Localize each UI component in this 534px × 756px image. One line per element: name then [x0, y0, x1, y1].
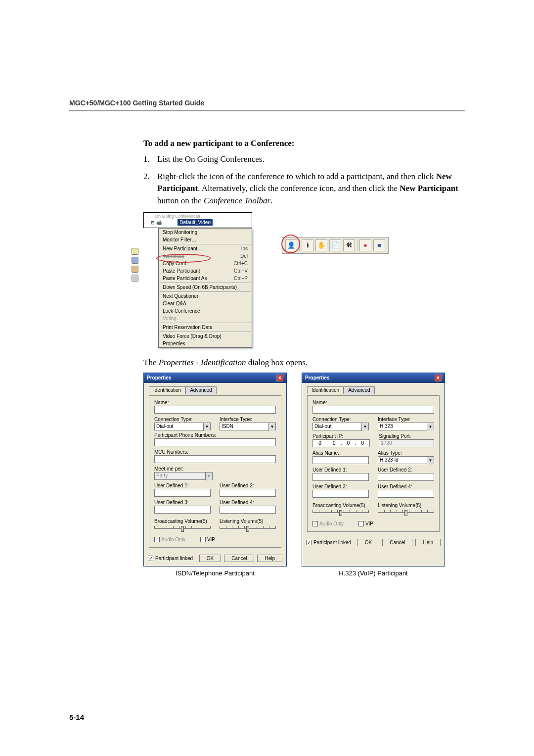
close-icon[interactable]: × [435, 375, 442, 381]
help-button[interactable]: Help [257, 555, 282, 562]
menu-item[interactable]: Down Speed (On 6B Participants) [159, 284, 252, 291]
listen-volume-slider[interactable] [378, 509, 434, 516]
label-connection-type: Connection Type: [154, 417, 211, 422]
t: . [270, 196, 272, 205]
chevron-down-icon: ▼ [427, 423, 434, 431]
broadcast-volume-slider[interactable] [154, 525, 211, 532]
menu-separator [160, 283, 251, 283]
stop-button[interactable]: ■ [373, 239, 385, 251]
participant-linked-checkbox[interactable]: ✓Participant linked [306, 540, 351, 545]
t: Right-click the icon of the conference t… [157, 172, 436, 181]
menu-item[interactable]: Properties [159, 340, 252, 347]
vip-checkbox[interactable]: VIP [200, 537, 215, 542]
menu-item[interactable]: Next Questioner [159, 292, 252, 300]
connection-type-select[interactable]: Dial-out▼ [312, 423, 369, 430]
tab-identification[interactable]: Identification [307, 386, 344, 394]
listen-volume-slider[interactable] [220, 525, 276, 532]
ok-button[interactable]: OK [199, 555, 221, 562]
ud4-input[interactable] [378, 490, 434, 498]
name-input[interactable] [312, 406, 434, 414]
cancel-button[interactable]: Cancel [382, 539, 412, 546]
mcu-numbers-input[interactable] [154, 455, 276, 463]
properties-dialog-h323: Properties × Identification Advanced Nam… [302, 373, 445, 567]
interface-type-select[interactable]: H.323▼ [378, 423, 434, 430]
t: . Alternatively, click the conference ic… [198, 184, 400, 193]
vip-checkbox[interactable]: VIP [358, 521, 373, 526]
tree-parent-label: On Going Conferences [144, 213, 252, 219]
ud1-input[interactable] [154, 489, 211, 497]
t-italic: Conference Toolbar [204, 196, 270, 205]
tab-identification[interactable]: Identification [149, 386, 185, 394]
tab-advanced[interactable]: Advanced [344, 386, 374, 394]
label-connection-type: Connection Type: [312, 417, 369, 422]
menu-item[interactable]: Paste ParticipantCtrl+V [159, 267, 252, 275]
label-ud3: User Defined 3: [312, 484, 369, 489]
participant-phone-input[interactable] [154, 438, 276, 446]
chevron-down-icon: ▼ [205, 472, 212, 480]
record-button[interactable]: ● [359, 239, 371, 251]
cancel-button[interactable]: Cancel [224, 555, 254, 562]
menu-separator [160, 323, 251, 323]
menu-item[interactable]: Paste Participant AsCtrl+P [159, 275, 252, 282]
label-listen-volume: Listening Volume(5) [220, 519, 263, 524]
participant-ip-input[interactable]: 0. 0. 0. 0 [312, 439, 370, 447]
menu-item[interactable]: Clear Q&A [159, 300, 252, 307]
menu-item[interactable]: New Participant…Ins [159, 245, 252, 252]
step-number: 1. [143, 153, 157, 166]
name-input[interactable] [154, 406, 276, 414]
info-button[interactable]: ℹ [302, 239, 313, 251]
menu-item[interactable]: Lock Conference [159, 307, 252, 315]
tree-selected-item[interactable]: Default_Video [178, 219, 213, 226]
opens-line: The Properties - Identification dialog b… [143, 358, 465, 368]
label-ud1: User Defined 1: [312, 467, 369, 472]
menu-item[interactable]: TerminateDel [159, 252, 252, 260]
participant-linked-checkbox[interactable]: ✓Participant linked [148, 556, 193, 561]
hand-button[interactable]: ✋ [315, 239, 327, 251]
audio-only-checkbox: ✓Audio Only [312, 521, 344, 526]
document-button[interactable]: 📄 [329, 239, 341, 251]
tools-button[interactable]: 🛠 [343, 239, 355, 251]
ud3-input[interactable] [154, 506, 211, 514]
ud2-input[interactable] [220, 489, 276, 497]
ok-button[interactable]: OK [357, 539, 379, 546]
menu-item[interactable]: Monitor Filter… [159, 236, 252, 243]
new-participant-button[interactable]: 👤 [285, 239, 297, 251]
label-ud4: User Defined 4: [220, 500, 276, 505]
step-text: Right-click the icon of the conference t… [157, 171, 465, 207]
label-name: Name: [312, 400, 434, 405]
context-menu[interactable]: Stop MonitoringMonitor Filter…New Partic… [158, 228, 252, 348]
menu-item[interactable]: Copy Conf.Ctrl+C [159, 260, 252, 267]
page-number: 5-14 [69, 713, 84, 721]
ud2-input[interactable] [378, 473, 434, 481]
tree-sibling-icons [132, 248, 138, 282]
toolbar-separator [357, 239, 357, 251]
ud4-input[interactable] [220, 506, 276, 514]
help-button[interactable]: Help [415, 539, 441, 546]
menu-item[interactable]: Video Force (Drag & Drop) [159, 332, 252, 340]
close-icon[interactable]: × [276, 375, 283, 381]
alias-name-input[interactable] [312, 456, 369, 464]
chevron-down-icon: ▼ [203, 423, 210, 431]
tab-advanced[interactable]: Advanced [185, 386, 216, 394]
menu-item[interactable]: Print Reservation Data [159, 324, 252, 331]
menu-separator [160, 331, 251, 332]
step-number: 2. [143, 171, 157, 207]
ud1-input[interactable] [312, 473, 369, 481]
label-meet-me-per: Meet me per: [154, 466, 213, 472]
broadcast-volume-slider[interactable] [312, 509, 369, 516]
label-broadcast-volume: Broadcasting Volume(5) [312, 503, 365, 508]
interface-type-select[interactable]: ISDN▼ [220, 423, 276, 430]
conference-toolbar: 👤 ℹ ✋ 📄 🛠 ● ■ [282, 237, 389, 254]
t: The [143, 358, 159, 367]
label-participant-phone: Participant Phone Numbers: [154, 432, 276, 438]
section-title: To add a new participant to a Conference… [143, 139, 465, 148]
connection-type-select[interactable]: Dial-out▼ [154, 423, 211, 430]
step-list: 1. List the On Going Conferences. 2. Rig… [143, 153, 465, 207]
ud3-input[interactable] [312, 490, 369, 498]
label-participant-ip: Participant IP: [312, 433, 370, 439]
label-ud2: User Defined 2: [378, 467, 434, 472]
menu-item[interactable]: Stop Monitoring [159, 229, 252, 236]
alias-type-select[interactable]: H.323 Id▼ [378, 456, 434, 464]
caption-h323: H.323 (VoIP) Participant [302, 569, 445, 577]
toolbar-separator [299, 239, 300, 251]
